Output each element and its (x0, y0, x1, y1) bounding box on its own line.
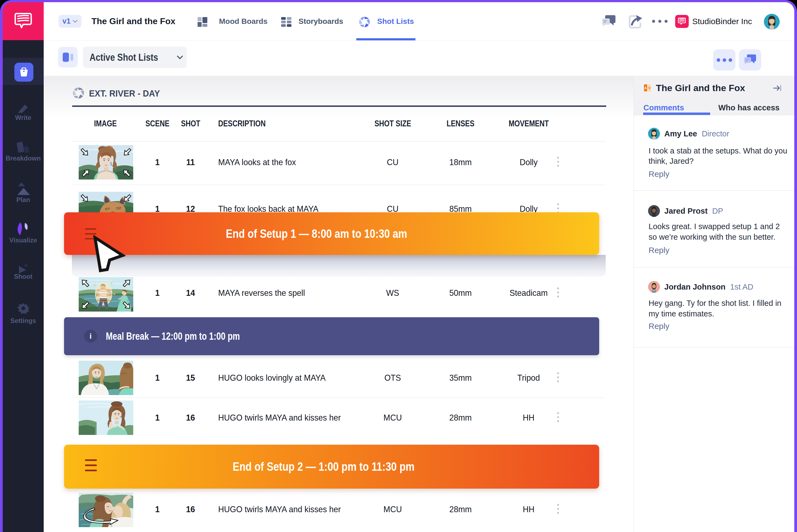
svg-text:V: V (648, 86, 651, 90)
svg-text:A: A (644, 86, 647, 90)
